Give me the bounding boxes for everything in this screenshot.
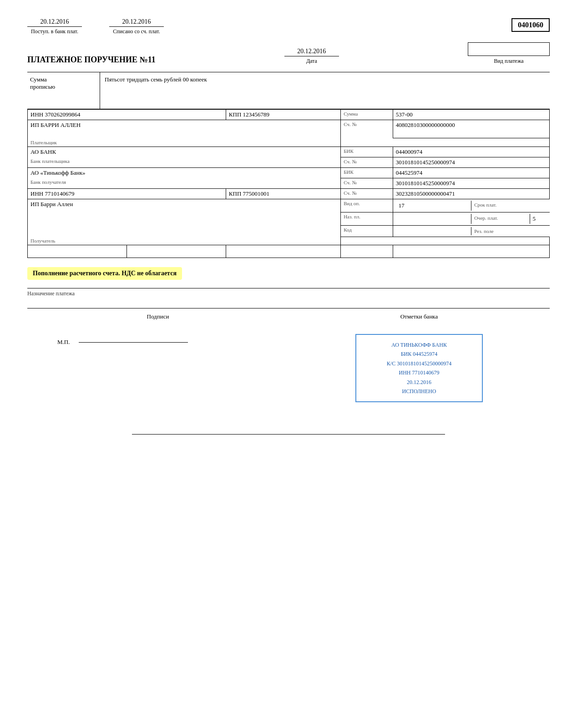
bank-payer-name: АО БАНК xyxy=(28,147,341,157)
signatures-label: Подписи xyxy=(30,313,286,320)
sch-label-receiver: Сч. № xyxy=(341,188,393,199)
receiver-section-label: Получатель xyxy=(28,237,341,245)
sch-label-bank-receiver: Сч. № xyxy=(341,178,393,188)
bank-stamp-line5: 20.12.2016 xyxy=(364,378,475,387)
sch-value-bank-payer: 30101810145250000974 xyxy=(393,157,549,167)
center-date-label: Дата xyxy=(156,58,468,65)
bik-label-payer: БИК xyxy=(341,147,393,157)
bank-receipt-label: Поступ. в банк плат. xyxy=(27,28,82,35)
box1 xyxy=(28,245,127,258)
inn-cell: ИНН 370262099864 xyxy=(28,110,226,120)
bank-receiver-name: АО «Тинькофф Банк» xyxy=(28,167,341,178)
vid-platezha-block: Вид платежа xyxy=(468,42,550,65)
bank-stamp-line2: БИК 044525974 xyxy=(364,349,475,359)
kod-value xyxy=(396,227,471,235)
vid-op-label: Вид оп. xyxy=(341,199,393,212)
bottom-section: Подписи М.П. Отметки банка АО ТИНЬКОФФ Б… xyxy=(27,308,550,407)
receiver-inn: ИНН 7710140679 xyxy=(28,188,226,199)
box2 xyxy=(127,245,226,258)
bottom-line xyxy=(132,434,445,435)
srok-plat-label: Срок плат. xyxy=(471,201,547,211)
bank-receiver-row: АО «Тинькофф Банк» БИК 044525974 xyxy=(28,167,550,178)
mp-row: М.П. xyxy=(30,339,286,346)
box4 xyxy=(341,245,393,258)
doc-title: ПЛАТЕЖНОЕ ПОРУЧЕНИЕ №11 xyxy=(27,55,156,65)
bank-stamp-block: Отметки банка АО ТИНЬКОФФ БАНК БИК 04452… xyxy=(288,308,550,407)
payer-name-row: ИП БАРРИ АЛЛЕН Сч. № 4080281030000000000… xyxy=(28,120,550,138)
document-wrapper: 20.12.2016 Поступ. в банк плат. 20.12.20… xyxy=(27,18,550,435)
rez-pole-label: Рез. поле xyxy=(471,227,547,235)
naz-pl-label: Наз. пл. xyxy=(341,212,393,225)
bank-stamp-line4: ИНН 7710140679 xyxy=(364,368,475,377)
inn-kpp-summa-row: ИНН 370262099864 КПП 123456789 Сумма 537… xyxy=(28,110,550,120)
bank-receipt-date-block: 20.12.2016 Поступ. в банк плат. xyxy=(27,18,82,35)
receiver-inn-row: ИНН 7710140679 КПП 775001001 Сч. № 30232… xyxy=(28,188,550,199)
bank-payer-section-label: Банк плательщика xyxy=(28,157,341,167)
bank-stamp-inner: АО ТИНЬКОФФ БАНК БИК 044525974 К/С 30101… xyxy=(355,334,483,402)
debit-label: Списано со сч. плат. xyxy=(109,28,164,35)
bank-stamp-line3: К/С 30101810145250000974 xyxy=(364,359,475,368)
vid-platezha-label: Вид платежа xyxy=(494,58,523,64)
kod-label: Код xyxy=(341,225,393,237)
summa-value: Пятьсот тридцать семь рублей 00 копеек xyxy=(100,72,550,109)
payment-purpose-highlighted: Пополнение расчетного счета. НДС не обла… xyxy=(27,267,182,280)
naz-pl-value xyxy=(396,214,471,224)
title-date-row: ПЛАТЕЖНОЕ ПОРУЧЕНИЕ №11 20.12.2016 Дата … xyxy=(27,42,550,65)
nazn-platezha-row: Назначение платежа xyxy=(27,288,550,299)
header-dates: 20.12.2016 Поступ. в банк плат. 20.12.20… xyxy=(27,18,511,35)
bank-receipt-date: 20.12.2016 xyxy=(27,18,82,27)
mp-label: М.П. xyxy=(57,339,70,346)
bank-payer-row: АО БАНК БИК 044000974 xyxy=(28,147,550,157)
box5 xyxy=(393,245,549,258)
signatures-block: Подписи М.П. xyxy=(27,308,288,407)
summa-propisiyu-row: Сумма прописью Пятьсот тридцать семь руб… xyxy=(27,72,550,109)
summa-value-cell: 537-00 xyxy=(393,110,549,120)
receiver-section-row: Получатель xyxy=(28,237,550,245)
payer-section-label: Плательщик xyxy=(28,138,341,147)
bank-stamp-line6: ИСПОЛНЕНО xyxy=(364,387,475,396)
ocher-plat-label: Очер. плат. xyxy=(471,214,530,224)
mp-signature-line xyxy=(79,342,188,343)
nazn-platezha-label: Назначение платежа xyxy=(27,290,75,297)
bik-value-receiver: 044525974 xyxy=(393,167,549,178)
bank-marks-label: Отметки банка xyxy=(291,313,547,320)
vid-platezha-box xyxy=(468,42,550,56)
bik-label-receiver: БИК xyxy=(341,167,393,178)
doc-number-box: 0401060 xyxy=(511,18,550,32)
sch-label-payer: Сч. № xyxy=(341,120,393,138)
sch-label-bank-payer: Сч. № xyxy=(341,157,393,167)
summa-label: Сумма прописью xyxy=(27,72,100,109)
box3 xyxy=(226,245,340,258)
kpp-cell: КПП 123456789 xyxy=(226,110,340,120)
payer-section-row: Плательщик xyxy=(28,138,550,147)
bank-receiver-sch-row: Банк получателя Сч. № 301018101452500009… xyxy=(28,178,550,188)
receiver-name: ИП Барри Аллен xyxy=(28,199,341,237)
form-table: ИНН 370262099864 КПП 123456789 Сумма 537… xyxy=(27,109,550,258)
vid-op-value: 17 xyxy=(396,201,471,211)
sch-value-bank-receiver: 30101810145250000974 xyxy=(393,178,549,188)
debit-date-block: 20.12.2016 Списано со сч. плат. xyxy=(109,18,164,35)
sch-value-payer: 40802810300000000000 xyxy=(393,120,549,138)
payer-name: ИП БАРРИ АЛЛЕН xyxy=(28,120,341,138)
summa-label-cell: Сумма xyxy=(341,110,393,120)
ocher-plat-value: 5 xyxy=(530,214,547,224)
bottom-boxes-row xyxy=(28,245,550,258)
center-date: 20.12.2016 xyxy=(284,48,339,56)
bank-payer-sch-row: Банк плательщика Сч. № 30101810145250000… xyxy=(28,157,550,167)
bank-receiver-section-label: Банк получателя xyxy=(28,178,341,188)
sch-value-receiver: 30232810500000000471 xyxy=(393,188,549,199)
receiver-bottom-spacer xyxy=(341,237,550,245)
debit-date: 20.12.2016 xyxy=(109,18,164,27)
bank-stamp-line1: АО ТИНЬКОФФ БАНК xyxy=(364,340,475,349)
receiver-kpp: КПП 775001001 xyxy=(226,188,340,199)
bik-value-payer: 044000974 xyxy=(393,147,549,157)
center-date-block: 20.12.2016 Дата xyxy=(156,48,468,65)
receiver-name-row: ИП Барри Аллен Вид оп. 17 Срок плат. xyxy=(28,199,550,212)
header-row: 20.12.2016 Поступ. в банк плат. 20.12.20… xyxy=(27,18,550,35)
payment-purpose-section: Пополнение расчетного счета. НДС не обла… xyxy=(27,263,550,284)
payer-sch-spacer xyxy=(341,138,550,147)
